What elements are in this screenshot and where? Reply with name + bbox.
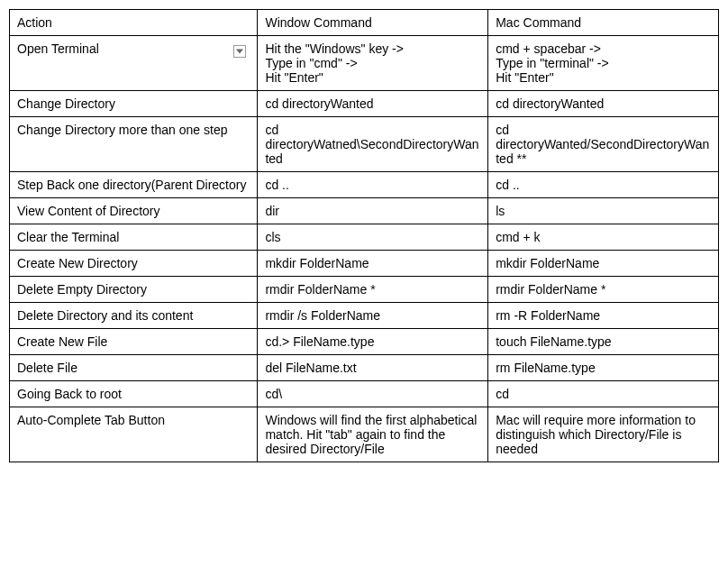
cell-action: Change Directory (10, 91, 258, 117)
cell-mac: rm -R FolderName (488, 303, 719, 329)
cell-action-text: Open Terminal (17, 41, 99, 56)
cell-action: Delete Empty Directory (10, 277, 258, 303)
header-action: Action (10, 10, 258, 36)
table-row: Create New Directory mkdir FolderName mk… (10, 251, 719, 277)
table-header-row: Action Window Command Mac Command (10, 10, 719, 36)
cell-action: Open Terminal (10, 36, 258, 91)
cell-windows: Hit the "Windows" key -> Type in "cmd" -… (258, 36, 488, 91)
table-row: Clear the Terminal cls cmd + k (10, 224, 719, 251)
cell-action: Clear the Terminal (10, 224, 258, 251)
cell-mac: cd (488, 381, 719, 407)
cell-action: Change Directory more than one step (10, 117, 258, 172)
cell-mac: rm FileName.type (488, 355, 719, 381)
cell-action: Delete Directory and its content (10, 303, 258, 329)
cell-mac: cd directoryWanted/SecondDirectoryWanted… (488, 117, 719, 172)
cell-mac: cd .. (488, 172, 719, 198)
header-mac: Mac Command (488, 10, 719, 36)
table-row: Auto-Complete Tab Button Windows will fi… (10, 407, 719, 462)
table-row: View Content of Directory dir ls (10, 198, 719, 224)
cell-action: Create New File (10, 329, 258, 355)
table-row: Delete Empty Directory rmdir FolderName … (10, 277, 719, 303)
commands-table: Action Window Command Mac Command Open T… (9, 9, 719, 462)
table-row: Delete Directory and its content rmdir /… (10, 303, 719, 329)
cell-windows: cd .. (258, 172, 488, 198)
cell-windows: dir (258, 198, 488, 224)
cell-action: Delete File (10, 355, 258, 381)
header-windows: Window Command (258, 10, 488, 36)
table-row: Create New File cd.> FileName.type touch… (10, 329, 719, 355)
cell-action: Step Back one directory(Parent Directory (10, 172, 258, 198)
cell-mac: mkdir FolderName (488, 251, 719, 277)
cell-mac: ls (488, 198, 719, 224)
cell-mac: touch FileName.type (488, 329, 719, 355)
cell-windows: rmdir FolderName * (258, 277, 488, 303)
table-row: Open Terminal Hit the "Windows" key -> T… (10, 36, 719, 91)
cell-mac: cmd + k (488, 224, 719, 251)
chevron-down-icon[interactable] (233, 45, 246, 58)
cell-windows: cd.> FileName.type (258, 329, 488, 355)
table-row: Change Directory more than one step cd d… (10, 117, 719, 172)
cell-windows: cls (258, 224, 488, 251)
cell-windows: mkdir FolderName (258, 251, 488, 277)
cell-mac: cd directoryWanted (488, 91, 719, 117)
table-row: Going Back to root cd\ cd (10, 381, 719, 407)
cell-windows: cd directoryWatned\SecondDirectoryWanted (258, 117, 488, 172)
cell-action: View Content of Directory (10, 198, 258, 224)
table-row: Step Back one directory(Parent Directory… (10, 172, 719, 198)
cell-mac: rmdir FolderName * (488, 277, 719, 303)
cell-mac: cmd + spacebar -> Type in "terminal" -> … (488, 36, 719, 91)
cell-action: Auto-Complete Tab Button (10, 407, 258, 462)
cell-windows: Windows will find the first alphabetical… (258, 407, 488, 462)
cell-windows: cd directoryWanted (258, 91, 488, 117)
cell-action: Going Back to root (10, 381, 258, 407)
cell-action: Create New Directory (10, 251, 258, 277)
cell-windows: cd\ (258, 381, 488, 407)
table-row: Change Directory cd directoryWanted cd d… (10, 91, 719, 117)
table-row: Delete File del FileName.txt rm FileName… (10, 355, 719, 381)
cell-windows: del FileName.txt (258, 355, 488, 381)
cell-windows: rmdir /s FolderName (258, 303, 488, 329)
cell-mac: Mac will require more information to dis… (488, 407, 719, 462)
